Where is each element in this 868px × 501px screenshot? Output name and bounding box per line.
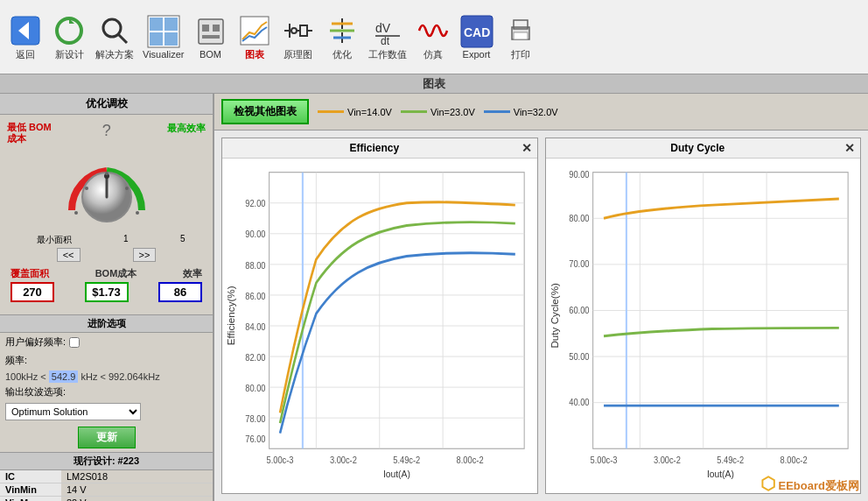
scale-1: 1 <box>123 234 129 246</box>
update-button[interactable]: 更新 <box>78 427 136 448</box>
efficiency-chart-body: 92.00 90.00 88.00 86.00 84.00 82.00 80.0… <box>222 159 537 493</box>
toolbar-chart-label: 图表 <box>245 48 264 61</box>
legend-label-vin32: Vin=32.0V <box>514 107 558 117</box>
coverage-label: 覆盖面积 <box>10 267 49 280</box>
main-area: 优化调校 最低 BOM成本 ? 最高效率 <box>0 94 868 501</box>
svg-text:5.00c-3: 5.00c-3 <box>590 455 617 465</box>
toolbar-new-btn[interactable]: 新设计 <box>47 11 91 64</box>
toolbar-bom-label: BOM <box>200 49 221 60</box>
toolbar-visualizer-btn[interactable]: Visualizer <box>138 11 189 62</box>
svg-rect-8 <box>150 32 163 46</box>
toolbar-schematic-btn[interactable]: 原理图 <box>276 11 320 64</box>
toolbar-chart-btn[interactable]: 图表 <box>233 11 276 64</box>
toolbar-print-btn[interactable]: 打印 <box>499 11 542 64</box>
toolbar-optimize-label: 优化 <box>332 48 352 61</box>
svg-rect-14 <box>241 17 269 45</box>
knob-scale: 最小面积 1 5 <box>28 234 186 246</box>
vinmin-label: VinMin <box>0 483 61 497</box>
toolbar-workval-label: 工作数值 <box>368 48 407 61</box>
efficiency-close-btn[interactable]: ✕ <box>522 141 532 155</box>
svg-text:40.00: 40.00 <box>569 398 590 408</box>
svg-point-33 <box>85 187 88 190</box>
toolbar-simulate-btn[interactable]: 仿真 <box>411 11 455 64</box>
freq-min: 100kHz <box>5 371 38 382</box>
toolbar-solution-btn[interactable]: 解决方案 <box>91 11 138 64</box>
bom-cost-label: BOM成本 <box>95 267 137 280</box>
duty-cycle-title-bar: Duty Cycle ✕ <box>546 138 861 159</box>
svg-text:90.00: 90.00 <box>569 169 590 180</box>
svg-text:5.49c-2: 5.49c-2 <box>393 455 420 465</box>
table-row: IC LM2S018 <box>0 470 213 483</box>
svg-rect-6 <box>150 18 163 31</box>
print-icon <box>503 13 538 48</box>
toolbar-workval-btn[interactable]: dVdt 工作数值 <box>364 11 411 64</box>
svg-text:50.00: 50.00 <box>569 351 590 362</box>
bom-label-knob: 最低 BOM成本 <box>7 122 52 145</box>
svg-text:78.00: 78.00 <box>245 413 266 424</box>
user-freq-row: 用户偏好频率: <box>0 333 213 351</box>
toolbar-new-label: 新设计 <box>55 48 84 61</box>
legend-label-vin23: Vin=23.0V <box>430 107 475 117</box>
inspect-btn[interactable]: 检视其他图表 <box>221 99 309 124</box>
svg-rect-7 <box>164 18 178 31</box>
design-table-scroll: IC LM2S018 VinMin 14 V VinMax 32 V sourc… <box>0 470 213 501</box>
freq-range-row: 100kHz < 542.9 kHz < 992.064kHz <box>0 370 213 384</box>
ripple-row: 输出纹波选项: <box>0 384 213 400</box>
toolbar-export-label: Export <box>463 49 491 60</box>
svg-point-36 <box>136 211 139 215</box>
svg-text:82.00: 82.00 <box>245 352 266 363</box>
solution-dropdown[interactable]: Optimum Solution <box>5 403 141 420</box>
user-pref-checkbox[interactable] <box>69 337 80 348</box>
vinmax-value: 32 V <box>61 497 213 501</box>
svg-text:3.00c-2: 3.00c-2 <box>653 455 680 465</box>
efficiency-label-knob: 最高效率 <box>167 122 206 145</box>
optimization-knob[interactable] <box>59 145 155 232</box>
svg-text:92.00: 92.00 <box>245 199 266 209</box>
svg-text:Iout(A): Iout(A) <box>706 468 733 479</box>
svg-text:Iout(A): Iout(A) <box>383 468 410 479</box>
help-icon[interactable]: ? <box>102 122 116 145</box>
duty-cycle-chart-body: 90.00 80.00 70.00 60.00 50.00 40.00 5.00… <box>546 159 861 493</box>
page-title: 图表 <box>0 74 868 94</box>
duty-cycle-close-btn[interactable]: ✕ <box>844 141 855 155</box>
legend-label-vin14: Vin=14.0V <box>347 107 392 117</box>
svg-rect-13 <box>202 35 220 39</box>
dropdown-row: Optimum Solution <box>0 400 213 423</box>
toolbar-simulate-label: 仿真 <box>424 48 443 61</box>
efficiency-label: 效率 <box>183 267 202 280</box>
svg-text:5.00c-3: 5.00c-3 <box>267 455 294 465</box>
toolbar-print-label: 打印 <box>511 48 530 61</box>
charts-area: Efficiency ✕ <box>214 131 868 501</box>
bom-icon <box>193 14 228 49</box>
decrease-btn[interactable]: << <box>57 248 80 262</box>
toolbar-bom-btn[interactable]: BOM <box>189 11 233 62</box>
dv-icon: dVdt <box>370 13 405 48</box>
svg-text:86.00: 86.00 <box>245 291 266 301</box>
legend-vin14: Vin=14.0V <box>318 107 392 117</box>
freq-label-row: 频率: <box>0 351 213 370</box>
svg-point-35 <box>125 187 129 190</box>
svg-text:88.00: 88.00 <box>245 260 266 271</box>
increase-btn[interactable]: >> <box>133 248 157 262</box>
toolbar-back-btn[interactable]: 返回 <box>4 11 47 64</box>
svg-text:dV: dV <box>375 21 391 35</box>
user-pref-label: 用户偏好频率: <box>5 335 66 349</box>
freq-value[interactable]: 542.9 <box>49 370 79 383</box>
svg-rect-28 <box>514 32 528 39</box>
svg-point-16 <box>291 28 297 33</box>
bom-value: $1.73 <box>85 282 129 302</box>
watermark-text: EEboard爱板网 <box>779 479 859 492</box>
svg-text:80.00: 80.00 <box>245 383 266 393</box>
panel-title: 优化调校 <box>0 94 213 115</box>
refresh-icon <box>52 13 87 48</box>
table-row: VinMin 14 V <box>0 483 213 497</box>
toolbar-optimize-btn[interactable]: 优化 <box>320 11 364 64</box>
toolbar-back-label: 返回 <box>16 48 35 61</box>
svg-text:Efficiency(%): Efficiency(%) <box>227 286 236 345</box>
efficiency-chart: Efficiency ✕ <box>221 138 538 494</box>
efficiency-title: Efficiency <box>228 142 522 154</box>
freq-label: 频率: <box>5 354 27 367</box>
toolbar-export-btn[interactable]: CAD Export <box>455 11 499 62</box>
svg-text:76.00: 76.00 <box>245 434 266 445</box>
advanced-section-title: 进阶选项 <box>0 314 213 333</box>
